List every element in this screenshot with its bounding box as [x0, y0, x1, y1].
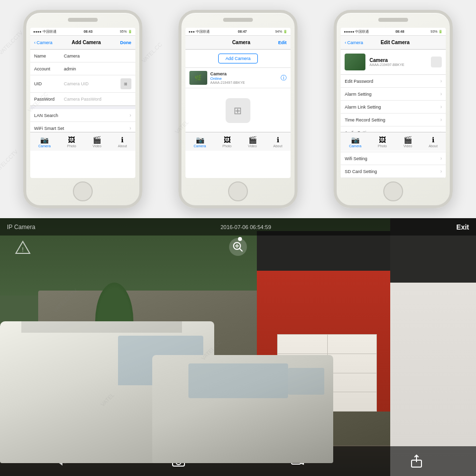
- phone-3-alarm-link-label: Alarm Link Setting: [345, 105, 440, 110]
- phone-1-password-input[interactable]: Camera PassWord: [64, 97, 102, 102]
- phone-1-name-label: Name: [34, 54, 64, 59]
- phone-3-back-chevron: ‹: [345, 40, 346, 45]
- phone-2-time: 08:47: [238, 30, 247, 33]
- phone-1-tab-photo[interactable]: 🖼 Photo: [67, 136, 76, 148]
- phone-3-tab-photo[interactable]: 🖼 Photo: [378, 136, 387, 148]
- phone-2-battery-icon: 🔋: [283, 30, 288, 34]
- phone-3-wifi-arrow: ›: [440, 156, 442, 161]
- phone-2-camera-uid: AAAA-219497-BBKYE: [210, 81, 278, 84]
- phone-1-battery-icon: 🔋: [128, 30, 132, 34]
- phone-3-alarm-link-arrow: ›: [440, 104, 442, 110]
- phone-3: ●●●●● 中国联通 08:48 93% 🔋 ‹ Camera Edit Cam…: [334, 10, 453, 208]
- phone-1-about-tab-icon: ℹ: [121, 136, 123, 144]
- phone-1-tab-video[interactable]: 🎬 Video: [93, 136, 102, 148]
- phone-3-time-record-arrow: ›: [440, 117, 442, 122]
- phone-2-add-camera-area: Add Camera: [185, 50, 291, 68]
- phone-2: ●●● 中国联通 08:47 94% 🔋 Camera Edit Add Cam…: [178, 10, 298, 208]
- phone-3-tab-video[interactable]: 🎬 Video: [403, 136, 412, 148]
- phone-3-status-left: ●●●●● 中国联通: [344, 29, 369, 34]
- phone-1-wifi-arrow: ›: [129, 125, 131, 131]
- phone-2-about-tab-icon: ℹ: [277, 136, 279, 144]
- phone-1-wifi-label: WiFi Smart Set: [34, 126, 130, 131]
- phone-3-camera-uid: AAAA-219497-BBKYE: [369, 63, 427, 66]
- phone-2-camera-item[interactable]: 🌿 Camera Online AAAA-219497-BBKYE ⓘ: [185, 68, 291, 88]
- phone-2-camera-thumb: 🌿: [189, 71, 207, 85]
- phone-2-add-camera-btn[interactable]: Add Camera: [218, 54, 258, 63]
- phone-2-scan-placeholder: ⊞: [195, 98, 281, 123]
- phone-3-video-tab-label: Video: [403, 144, 412, 148]
- phone-3-back-btn[interactable]: ‹ Camera: [345, 40, 363, 45]
- phone-1-status-left: ●●●● 中国联通: [33, 29, 57, 34]
- right-building-roof: [390, 218, 476, 283]
- phone-2-edit-btn[interactable]: Edit: [278, 40, 287, 45]
- phone-1-tab-about[interactable]: ℹ About: [118, 136, 127, 148]
- phone-2-camera-thumb-icon: 🌿: [194, 74, 202, 81]
- phone-1-uid-label: UID: [34, 81, 64, 86]
- phone-2-scan-icon: ⊞: [234, 105, 242, 117]
- phone-3-menu-alarm-link[interactable]: Alarm Link Setting ›: [341, 101, 446, 114]
- phone-1-uid-input[interactable]: Camera UID: [64, 81, 89, 86]
- phone-2-video-tab-icon: 🎬: [248, 136, 257, 144]
- phone-2-tab-camera[interactable]: 📷 Camera: [194, 136, 206, 148]
- phone-1-nav: ‹ Camera Add Camera Done: [30, 36, 135, 50]
- phone-3-password-label: Edit Password: [345, 79, 440, 84]
- phone-3-nav-title: Edit Camera: [381, 40, 410, 45]
- camera-feed-bg: IP Camera 2016-07-06 06:54:59 Exit !: [0, 218, 476, 476]
- phone-3-tab-about[interactable]: ℹ About: [428, 136, 437, 148]
- phone-3-photo-tab-label: Photo: [378, 144, 387, 148]
- phone-2-tab-video[interactable]: 🎬 Video: [248, 136, 257, 148]
- phone-3-menu-time-record[interactable]: Time Record Setting ›: [341, 114, 446, 126]
- phone-2-status-bar: ●●● 中国联通 08:47 94% 🔋: [185, 28, 291, 36]
- phone-1-battery: 95%: [120, 30, 127, 33]
- phone-1-back-btn[interactable]: ‹ Camera: [34, 40, 53, 45]
- phone-2-camera-name: Camera: [210, 71, 278, 76]
- phone-2-tab-photo[interactable]: 🖼 Photo: [223, 136, 232, 148]
- phone-2-camera-info: Camera Online AAAA-219497-BBKYE: [210, 71, 278, 84]
- phone-3-menu-wifi[interactable]: Wifi Setting ›: [341, 152, 446, 165]
- phone-2-status-left: ●●● 中国联通: [188, 29, 210, 34]
- phone-3-menu-alarm[interactable]: Alarm Setting ›: [341, 88, 446, 101]
- phone-1-tab-camera[interactable]: 📷 Camera: [38, 136, 51, 148]
- phone-3-tab-camera[interactable]: 📷 Camera: [349, 136, 361, 148]
- phone-1-photo-tab-icon: 🖼: [68, 136, 75, 144]
- phone-3-camera-header: Camera AAAA-219497-BBKYE: [341, 50, 446, 75]
- phone-2-status-right: 94% 🔋: [275, 30, 288, 34]
- phone-3-menu-sd[interactable]: SD Card Setting ›: [341, 165, 446, 178]
- phone-3-alarm-label: Alarm Setting: [345, 92, 440, 97]
- phone-3-alarm-arrow: ›: [440, 91, 442, 97]
- van-roof: [21, 321, 182, 333]
- phone-3-battery-icon: 🔋: [438, 30, 443, 34]
- phone-1-password-label: PassWord: [34, 97, 64, 102]
- phone-3-camera-edit-btn[interactable]: [431, 57, 442, 67]
- phone-2-screen: ●●● 中国联通 08:47 94% 🔋 Camera Edit Add Cam…: [185, 28, 291, 178]
- phone-3-time-record-label: Time Record Setting: [345, 118, 440, 122]
- phone-3-camera-info: Camera AAAA-219497-BBKYE: [369, 58, 427, 66]
- phone-3-sd-arrow: ›: [440, 169, 442, 174]
- phone-2-signal: ●●●: [188, 30, 195, 33]
- phone-1-name-value: Camera: [64, 54, 80, 59]
- phone-3-camera-tab-label: Camera: [349, 144, 361, 148]
- phone-1-lan-label: LAN Search: [34, 113, 130, 118]
- phone-3-menu: Edit Password › Alarm Setting › Alarm Li…: [341, 75, 446, 178]
- phone-3-sd-label: SD Card Setting: [345, 169, 440, 174]
- phone-1-back-chevron: ‹: [34, 40, 36, 45]
- phone-1-account-row: Account admin: [30, 62, 135, 75]
- phone-3-camera-tab-icon: 📷: [351, 136, 359, 144]
- phone-3-camera-thumb: [345, 54, 365, 70]
- phone-2-tab-about[interactable]: ℹ About: [273, 136, 282, 148]
- garage-roof: [257, 231, 390, 271]
- phone-3-time: 08:48: [395, 30, 404, 33]
- phone-2-carrier: 中国联通: [196, 29, 210, 34]
- phone-3-about-tab-icon: ℹ: [432, 136, 434, 144]
- phone-1-done-btn[interactable]: Done: [120, 40, 131, 45]
- phone-1-lan-row[interactable]: LAN Search ›: [30, 109, 135, 122]
- phone-2-photo-tab-label: Photo: [223, 144, 232, 148]
- car: [152, 355, 333, 463]
- phone-2-camera-tab-icon: 📷: [196, 136, 204, 144]
- phone-1-carrier: 中国联通: [43, 29, 57, 34]
- phone-1-scan-icon[interactable]: ⊞: [120, 78, 131, 89]
- phone-3-menu-password[interactable]: Edit Password ›: [341, 75, 446, 88]
- phone-1-name-row: Name Camera: [30, 50, 135, 62]
- phone-2-battery: 94%: [275, 30, 282, 33]
- phone-2-info-icon[interactable]: ⓘ: [281, 74, 287, 82]
